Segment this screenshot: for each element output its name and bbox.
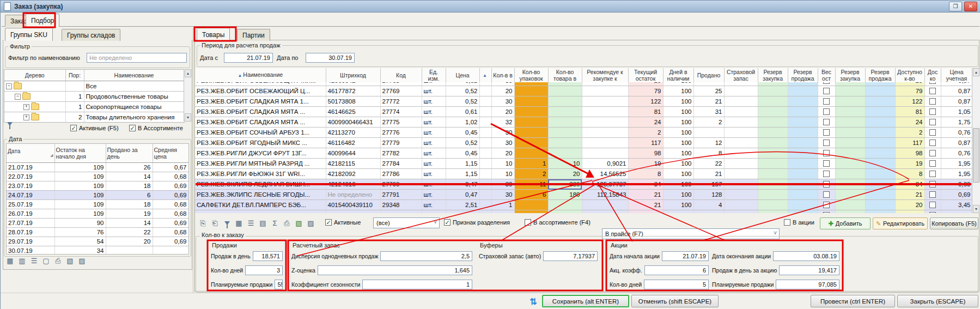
table-cell[interactable]: 24 [895, 117, 924, 128]
table-cell[interactable]: 20 [491, 148, 514, 159]
table-cell[interactable]: 330 [548, 179, 582, 190]
column-header[interactable]: Кол-во товара в [548, 68, 582, 82]
row-checkbox[interactable] [823, 119, 830, 125]
column-header[interactable]: Кол-в в [491, 68, 514, 82]
table-cell[interactable] [758, 179, 788, 190]
table-cell[interactable]: РЕЗ.ЖЕВ.ОРБИТ ЯГОДНЫЙ МИКС ... [195, 138, 326, 148]
table-cell[interactable]: 22 [693, 159, 724, 169]
row-checkbox[interactable] [929, 171, 936, 177]
table-cell[interactable]: 18 [106, 181, 153, 191]
table-cell[interactable]: 1 [491, 200, 514, 210]
row-checkbox[interactable] [929, 202, 936, 208]
collapse-icon[interactable]: − [15, 94, 21, 100]
table-cell[interactable] [582, 148, 628, 159]
table-cell[interactable]: 8 [895, 169, 924, 179]
table-cell[interactable]: 0,69 [153, 237, 188, 246]
table-cell[interactable] [788, 117, 818, 128]
table-cell[interactable] [724, 128, 758, 138]
column-header[interactable]: ▲ [479, 68, 491, 82]
table-cell[interactable] [788, 86, 818, 96]
split-flag-checkbox[interactable]: ✓ Признак разделения [444, 219, 510, 226]
table-cell[interactable]: шт. [422, 128, 446, 138]
table-cell[interactable]: 8 [693, 148, 724, 159]
collapse-icon[interactable]: − [6, 83, 12, 89]
row-checkbox[interactable] [929, 88, 936, 94]
row-checkbox[interactable] [823, 191, 830, 198]
table-cell[interactable]: 0,45 [446, 128, 479, 138]
table-cell[interactable]: 29348 [380, 200, 422, 210]
row-checkbox[interactable] [823, 82, 830, 84]
table-cell[interactable]: 1,15 [446, 159, 479, 169]
table-cell[interactable] [724, 169, 758, 179]
products-scrollbar[interactable]: ▲ ▼ [972, 68, 979, 213]
table-cell[interactable] [788, 148, 818, 159]
table-cell[interactable]: 100 [663, 169, 693, 179]
active-f5-checkbox[interactable]: ✓ Активные (F5) [70, 125, 119, 131]
field-input[interactable]: 55,713 [275, 280, 283, 289]
row-checkbox[interactable] [823, 212, 830, 213]
table-cell[interactable]: 117 [895, 138, 924, 148]
product-row[interactable]: РЕЗ.ЖЕВ.ЭКЛИПС ЛЕСНЫЕ ЯГОДЫ...Не определ… [195, 190, 972, 200]
table-cell[interactable] [663, 210, 693, 214]
save-button[interactable]: Сохранить (alt ENTER) [542, 295, 629, 307]
table-cell[interactable] [835, 210, 865, 214]
table-cell[interactable] [835, 190, 865, 200]
export-excel-icon[interactable]: ▧ [294, 218, 304, 228]
table-cell[interactable]: 54 [54, 237, 106, 246]
table-cell[interactable] [924, 169, 941, 179]
scrollbar-thumb[interactable] [973, 128, 979, 183]
table-cell[interactable] [514, 86, 548, 96]
tree-cell[interactable]: − [4, 92, 65, 102]
table-cell[interactable]: 1,02 [446, 117, 479, 128]
product-row[interactable]: РЕЗ.ЖЕВ.ОРБИТ СОЧНЫЙ АРБУЗ 1...421132702… [195, 128, 972, 138]
table-cell[interactable]: 27779 [380, 138, 422, 148]
table-cell[interactable]: 1,95 [941, 169, 972, 179]
table-cell[interactable]: 23.07.19 [7, 181, 54, 191]
table-cell[interactable]: 0,68 [153, 228, 188, 237]
tab-batches[interactable]: Партии [237, 29, 270, 41]
cancel-button[interactable]: Отменить (shift ESCAPE) [631, 295, 719, 307]
table-cell[interactable]: 4 [693, 200, 724, 210]
table-cell[interactable]: 27784 [380, 159, 422, 169]
table-cell[interactable] [582, 96, 628, 107]
table-cell[interactable]: 25.07.19 [7, 200, 54, 209]
table-cell[interactable]: шт. [422, 86, 446, 96]
table-cell[interactable] [818, 210, 835, 214]
field-input[interactable]: 18,571 [253, 251, 283, 261]
table-cell[interactable]: шт. [422, 169, 446, 179]
table-cell[interactable] [818, 138, 835, 148]
table-cell[interactable]: РЕЗ.ЖЕВ.ОРБИТ ОСВЕЖАЮЩИЙ Ц... [195, 86, 326, 96]
column-header[interactable]: Резерв закупка [835, 68, 865, 82]
table-cell[interactable]: 128 [693, 190, 724, 200]
tree-row[interactable]: −1Продовольственные товары [4, 92, 184, 102]
table-cell[interactable]: РЕЗ.ЖЕВ.ОРБИТ СЛАДКАЯ МЯТА ... [195, 107, 326, 117]
table-cell[interactable] [548, 148, 582, 159]
date-row[interactable]: 25.07.19109180,68 [7, 200, 188, 209]
product-row[interactable]: РЕЗ.ЖЕВ.ОРБИТ ЯГОДНЫЙ МИКС ...4611648227… [195, 138, 972, 148]
table-cell[interactable]: 20 [895, 200, 924, 210]
table-cell[interactable] [818, 96, 835, 107]
refresh-icon[interactable]: ⇅ [527, 295, 540, 307]
date-row[interactable]: 21.07.19109260,67 [7, 163, 188, 172]
table-cell[interactable] [924, 138, 941, 148]
table-cell[interactable] [758, 200, 788, 210]
date-to-input[interactable]: 30.07.19 [306, 53, 355, 63]
table-cell[interactable] [788, 128, 818, 138]
table-cell[interactable]: 42182092 [326, 169, 380, 179]
scroll-up-icon[interactable]: ▲ [973, 68, 979, 76]
scroll-up-icon[interactable]: ▲ [185, 69, 191, 77]
table-cell[interactable]: 10 [491, 159, 514, 169]
group-name-cell[interactable]: Скоропортящиеся товары [84, 102, 184, 112]
product-row[interactable]: РЕЗ.ЖЕВ.ОРБИТ СЛАДКАЯ МЯТА ...4614662527… [195, 107, 972, 117]
product-row[interactable]: САЛФЕТКИ ДЕТ.ВЛ.ПАМПЕРС СЕН...4015400636… [195, 210, 972, 214]
table-cell[interactable]: шт. [422, 190, 446, 200]
table-cell[interactable] [924, 200, 941, 210]
row-checkbox[interactable] [929, 82, 936, 84]
table-cell[interactable]: 29350 [380, 210, 422, 214]
tree-cell[interactable]: + [4, 112, 65, 123]
table-cell[interactable] [818, 179, 835, 190]
table-cell[interactable] [865, 117, 895, 128]
table-cell[interactable] [865, 128, 895, 138]
row-checkbox[interactable] [929, 98, 936, 105]
table-cell[interactable]: 100 [663, 179, 693, 190]
